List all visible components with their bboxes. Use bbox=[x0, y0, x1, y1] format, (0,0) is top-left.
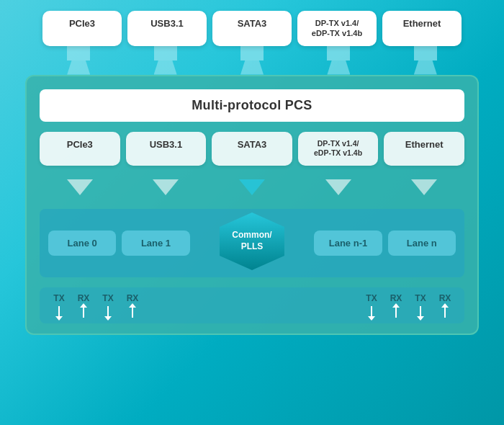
tx-right-1-arrow bbox=[371, 306, 372, 318]
arr-bar-4 bbox=[327, 61, 350, 75]
tx-right-1: TX bbox=[361, 293, 382, 318]
rx-left-2-arrow bbox=[132, 306, 133, 318]
common-plls-arrow: Common/PLLS bbox=[220, 216, 284, 270]
usb31-top-label: USB3.1 bbox=[150, 18, 184, 29]
top-arrows-visual bbox=[25, 61, 479, 75]
lane-1-label: Lane 1 bbox=[141, 238, 171, 249]
rx-right-2-arrow bbox=[444, 306, 446, 318]
pcie3-inner-box: PCIe3 bbox=[40, 132, 120, 166]
arrow-3 bbox=[239, 179, 265, 195]
pcs-title-box: Multi-protocol PCS bbox=[40, 89, 464, 122]
arrow-seg-1 bbox=[40, 179, 120, 195]
tx-right-2: TX bbox=[410, 293, 431, 318]
tx-right-2-arrow bbox=[420, 306, 421, 318]
lane-0-box: Lane 0 bbox=[48, 231, 116, 256]
rx-left-1: RX bbox=[73, 293, 94, 318]
arr-seg-5 bbox=[385, 61, 466, 75]
conn-bar-2 bbox=[154, 46, 177, 61]
rx-right-1-label: RX bbox=[390, 293, 402, 303]
tx-right-1-label: TX bbox=[366, 293, 377, 303]
txrx-right-group: TX RX TX RX bbox=[361, 293, 456, 318]
tx-left-2-label: TX bbox=[102, 293, 113, 303]
sata3-inner-label: SATA3 bbox=[238, 139, 267, 150]
lane-n-box: Lane n bbox=[388, 231, 456, 256]
rx-left-1-label: RX bbox=[78, 293, 90, 303]
arr-seg-3 bbox=[212, 61, 292, 75]
conn-seg-3 bbox=[212, 46, 292, 61]
arrow-seg-3 bbox=[212, 179, 292, 195]
rx-left-1-arrow bbox=[83, 306, 84, 318]
tx-left-1: TX bbox=[48, 293, 70, 318]
ethernet-top-box: Ethernet bbox=[382, 11, 462, 46]
arrow-seg-5 bbox=[384, 179, 464, 195]
rx-right-2-label: RX bbox=[439, 293, 451, 303]
lane-0-label: Lane 0 bbox=[68, 238, 97, 249]
dp-top-label: DP-TX v1.4/eDP-TX v1.4b bbox=[312, 19, 362, 37]
diagram-wrapper: PCIe3 USB3.1 SATA3 DP-TX v1.4/eDP-TX v1.… bbox=[14, 11, 490, 414]
dp-top-box: DP-TX v1.4/eDP-TX v1.4b bbox=[297, 11, 377, 46]
txrx-left-group: TX RX TX RX bbox=[48, 293, 143, 318]
arrow-5 bbox=[411, 179, 437, 195]
rx-left-2: RX bbox=[122, 293, 143, 318]
sata3-inner-box: SATA3 bbox=[212, 132, 292, 166]
arrow-4 bbox=[325, 179, 351, 195]
top-protocol-row: PCIe3 USB3.1 SATA3 DP-TX v1.4/eDP-TX v1.… bbox=[14, 11, 490, 46]
lanes-section: Lane 0 Lane 1 Common/PLLS Lane n-1 Lane … bbox=[40, 209, 464, 277]
pcie3-top-label: PCIe3 bbox=[69, 18, 95, 29]
arr-bar-3 bbox=[240, 61, 264, 75]
common-plls-spacer: Common/PLLS bbox=[196, 216, 309, 270]
conn-seg-5 bbox=[385, 46, 466, 61]
top-connectors bbox=[25, 46, 479, 61]
arr-bar-1 bbox=[67, 61, 90, 75]
conn-bar-3 bbox=[240, 46, 264, 61]
arrow-1 bbox=[67, 179, 93, 195]
rx-right-1-arrow bbox=[395, 306, 397, 318]
arrow-seg-4 bbox=[298, 179, 379, 195]
arrow-2 bbox=[153, 179, 179, 195]
ethernet-inner-box: Ethernet bbox=[384, 132, 464, 166]
rx-left-2-label: RX bbox=[127, 293, 139, 303]
arr-seg-4 bbox=[298, 61, 379, 75]
pcie3-inner-label: PCIe3 bbox=[67, 139, 93, 150]
arrow-seg-2 bbox=[126, 179, 207, 195]
inner-protocol-row: PCIe3 USB3.1 SATA3 DP-TX v1.4/eDP-TX v1.… bbox=[40, 132, 464, 166]
lane-n1-box: Lane n-1 bbox=[314, 231, 382, 256]
conn-bar-1 bbox=[67, 46, 90, 61]
conn-seg-1 bbox=[38, 46, 119, 61]
common-plls-label: Common/PLLS bbox=[232, 230, 271, 252]
sata3-top-box: SATA3 bbox=[212, 11, 292, 46]
tx-left-1-label: TX bbox=[53, 293, 64, 303]
dp-inner-box: DP-TX v1.4/eDP-TX v1.4b bbox=[298, 132, 379, 166]
lane-n1-label: Lane n-1 bbox=[329, 238, 367, 249]
tx-left-2: TX bbox=[97, 293, 119, 318]
tx-left-2-arrow bbox=[107, 306, 109, 318]
tx-right-2-label: TX bbox=[415, 293, 426, 303]
lane-n-label: Lane n bbox=[407, 238, 437, 249]
sata3-top-label: SATA3 bbox=[238, 18, 267, 29]
pcie3-top-box: PCIe3 bbox=[42, 11, 122, 46]
usb31-top-box: USB3.1 bbox=[127, 11, 207, 46]
conn-seg-2 bbox=[125, 46, 205, 61]
tx-left-1-arrow bbox=[58, 306, 60, 318]
conn-seg-4 bbox=[298, 46, 379, 61]
txrx-section: TX RX TX RX TX bbox=[40, 287, 464, 323]
rx-right-1: RX bbox=[385, 293, 407, 318]
conn-bar-5 bbox=[414, 46, 437, 61]
lane-1-box: Lane 1 bbox=[122, 231, 189, 256]
rx-right-2: RX bbox=[434, 293, 456, 318]
arr-bar-5 bbox=[414, 61, 437, 75]
usb31-inner-box: USB3.1 bbox=[126, 132, 207, 166]
conn-bar-4 bbox=[327, 46, 350, 61]
usb31-inner-label: USB3.1 bbox=[150, 139, 183, 150]
inner-arrows-row bbox=[40, 176, 464, 199]
common-plls-hex: Common/PLLS bbox=[220, 212, 284, 270]
arr-seg-1 bbox=[38, 61, 119, 75]
ethernet-top-label: Ethernet bbox=[403, 18, 441, 29]
dp-inner-label: DP-TX v1.4/eDP-TX v1.4b bbox=[314, 139, 362, 158]
main-pcs-box: Multi-protocol PCS PCIe3 USB3.1 SATA3 DP… bbox=[25, 75, 479, 335]
pcs-title-label: Multi-protocol PCS bbox=[192, 98, 312, 112]
arr-seg-2 bbox=[125, 61, 205, 75]
arr-bar-2 bbox=[154, 61, 177, 75]
ethernet-inner-label: Ethernet bbox=[405, 139, 444, 150]
